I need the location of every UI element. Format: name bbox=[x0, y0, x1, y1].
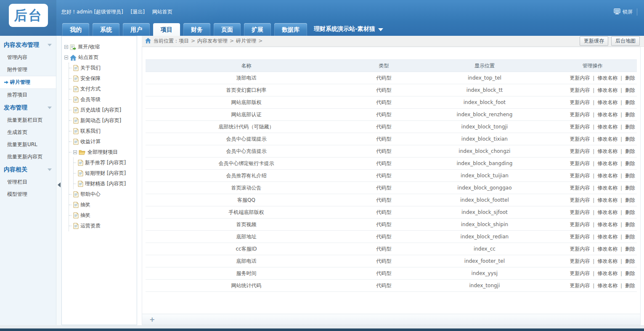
collapse-panel-arrow-icon[interactable] bbox=[58, 182, 61, 187]
action-link-删除[interactable]: 删除 bbox=[625, 87, 635, 93]
action-link-修改名称[interactable]: 修改名称 bbox=[597, 209, 617, 215]
action-link-修改名称[interactable]: 修改名称 bbox=[597, 87, 617, 93]
sidebar-section-发布管理[interactable]: 发布管理 bbox=[0, 101, 56, 114]
action-link-更新内容[interactable]: 更新内容 bbox=[570, 246, 590, 252]
action-link-修改名称[interactable]: 修改名称 bbox=[597, 197, 617, 203]
tree-item-收益计算[interactable]: 收益计算 bbox=[69, 136, 135, 147]
action-link-修改名称[interactable]: 修改名称 bbox=[597, 270, 617, 276]
tab-系统[interactable]: 系统 bbox=[93, 23, 119, 36]
breadcrumb-link-内容发布管理[interactable]: 内容发布管理 bbox=[197, 38, 228, 44]
site-selector[interactable]: 理财系统演示站-素材猫 bbox=[314, 23, 383, 36]
action-link-修改名称[interactable]: 修改名称 bbox=[597, 148, 617, 154]
sidebar-item-生成首页[interactable]: 生成首页 bbox=[0, 126, 56, 139]
breadcrumb-link-项目[interactable]: 项目 bbox=[179, 38, 189, 44]
tab-用户[interactable]: 用户 bbox=[123, 23, 150, 36]
action-link-删除[interactable]: 删除 bbox=[625, 75, 635, 81]
tab-数据库[interactable]: 数据库 bbox=[274, 23, 307, 36]
action-link-更新内容[interactable]: 更新内容 bbox=[570, 75, 590, 81]
toolbar-button-更新缓存[interactable]: 更新缓存 bbox=[580, 36, 608, 46]
tree-item-站点首页[interactable]: 站点首页 bbox=[64, 52, 135, 63]
action-link-修改名称[interactable]: 修改名称 bbox=[597, 75, 617, 81]
action-link-删除[interactable]: 删除 bbox=[625, 185, 635, 191]
sidebar-section-内容相关[interactable]: 内容相关 bbox=[0, 163, 56, 176]
lock-screen-button[interactable]: 锁屏 bbox=[614, 8, 637, 16]
action-link-更新内容[interactable]: 更新内容 bbox=[570, 87, 590, 93]
toolbar-button-后台地图[interactable]: 后台地图 bbox=[611, 36, 640, 46]
tree-item-联系我们[interactable]: 联系我们 bbox=[69, 126, 135, 136]
action-link-修改名称[interactable]: 修改名称 bbox=[597, 99, 617, 105]
action-link-更新内容[interactable]: 更新内容 bbox=[570, 222, 590, 227]
action-link-更新内容[interactable]: 更新内容 bbox=[570, 160, 590, 166]
breadcrumb-link-碎片管理[interactable]: 碎片管理 bbox=[236, 38, 256, 44]
sidebar-item-管理内容[interactable]: 管理内容 bbox=[0, 51, 56, 64]
action-link-删除[interactable]: 删除 bbox=[625, 246, 635, 252]
tree-item-支付方式[interactable]: 支付方式 bbox=[69, 84, 135, 94]
sidebar-item-批量更新栏目页[interactable]: 批量更新栏目页 bbox=[0, 114, 56, 126]
action-link-修改名称[interactable]: 修改名称 bbox=[597, 258, 617, 264]
action-link-更新内容[interactable]: 更新内容 bbox=[570, 270, 590, 276]
collapse-toggle-icon[interactable] bbox=[64, 56, 68, 59]
site-home-link[interactable]: 网站首页 bbox=[152, 9, 172, 15]
action-link-删除[interactable]: 删除 bbox=[625, 124, 635, 130]
tab-财务[interactable]: 财务 bbox=[183, 23, 210, 36]
tree-item-关于我们[interactable]: 关于我们 bbox=[69, 63, 135, 73]
action-link-删除[interactable]: 删除 bbox=[625, 173, 635, 179]
sidebar-item-批量更新内容页[interactable]: 批量更新内容页 bbox=[0, 151, 56, 163]
sidebar-item-模型管理[interactable]: 模型管理 bbox=[0, 188, 56, 200]
action-link-删除[interactable]: 删除 bbox=[625, 136, 635, 142]
tree-item-全部理财项目[interactable]: 全部理财项目 bbox=[69, 147, 135, 157]
logout-link[interactable]: [退出] bbox=[131, 9, 145, 15]
sidebar-item-附件管理[interactable]: 附件管理 bbox=[0, 64, 56, 76]
action-link-删除[interactable]: 删除 bbox=[625, 99, 635, 105]
tree-item-新闻动态 [内容页][interactable]: 新闻动态 [内容页] bbox=[69, 115, 135, 126]
action-link-更新内容[interactable]: 更新内容 bbox=[570, 173, 590, 179]
action-link-修改名称[interactable]: 修改名称 bbox=[597, 185, 617, 191]
action-link-更新内容[interactable]: 更新内容 bbox=[570, 209, 590, 215]
tab-项目[interactable]: 项目 bbox=[153, 23, 180, 36]
action-link-修改名称[interactable]: 修改名称 bbox=[597, 124, 617, 130]
action-link-更新内容[interactable]: 更新内容 bbox=[570, 283, 590, 288]
action-link-更新内容[interactable]: 更新内容 bbox=[570, 234, 590, 240]
action-link-修改名称[interactable]: 修改名称 bbox=[597, 160, 617, 166]
action-link-删除[interactable]: 删除 bbox=[625, 234, 635, 240]
tree-item-抽奖[interactable]: 抽奖 bbox=[69, 210, 135, 221]
sidebar-section-内容发布管理[interactable]: 内容发布管理 bbox=[0, 38, 56, 51]
action-link-删除[interactable]: 删除 bbox=[625, 160, 635, 166]
action-link-删除[interactable]: 删除 bbox=[625, 258, 635, 264]
sidebar-item-推荐项目[interactable]: 推荐项目 bbox=[0, 89, 56, 101]
action-link-删除[interactable]: 删除 bbox=[625, 283, 635, 288]
action-link-更新内容[interactable]: 更新内容 bbox=[570, 136, 590, 142]
action-link-更新内容[interactable]: 更新内容 bbox=[570, 112, 590, 117]
action-link-删除[interactable]: 删除 bbox=[625, 209, 635, 215]
tree-item-理财精选 [内容页][interactable]: 理财精选 [内容页] bbox=[74, 179, 135, 189]
action-link-修改名称[interactable]: 修改名称 bbox=[597, 222, 617, 227]
action-link-删除[interactable]: 删除 bbox=[625, 222, 635, 227]
action-link-修改名称[interactable]: 修改名称 bbox=[597, 283, 617, 288]
tree-item-帮助中心[interactable]: 帮助中心 bbox=[69, 189, 135, 200]
action-link-更新内容[interactable]: 更新内容 bbox=[570, 185, 590, 191]
add-fragment-button[interactable]: + bbox=[149, 316, 155, 323]
collapse-toggle-icon[interactable] bbox=[64, 45, 68, 49]
action-link-修改名称[interactable]: 修改名称 bbox=[597, 173, 617, 179]
tab-我的[interactable]: 我的 bbox=[62, 23, 89, 36]
tree-item-运营资质[interactable]: 运营资质 bbox=[69, 221, 135, 231]
tree-item-抽奖[interactable]: 抽奖 bbox=[69, 200, 135, 210]
sidebar-item-批量更新URL[interactable]: 批量更新URL bbox=[0, 139, 56, 151]
tree-item-短期理财 [内容页][interactable]: 短期理财 [内容页] bbox=[74, 168, 135, 179]
action-link-删除[interactable]: 删除 bbox=[625, 148, 635, 154]
action-link-更新内容[interactable]: 更新内容 bbox=[570, 99, 590, 105]
action-link-修改名称[interactable]: 修改名称 bbox=[597, 246, 617, 252]
action-link-更新内容[interactable]: 更新内容 bbox=[570, 197, 590, 203]
action-link-删除[interactable]: 删除 bbox=[625, 197, 635, 203]
action-link-修改名称[interactable]: 修改名称 bbox=[597, 112, 617, 117]
collapse-toggle-icon[interactable] bbox=[73, 150, 77, 154]
tab-页面[interactable]: 页面 bbox=[214, 23, 241, 36]
tree-item-展开/收缩[interactable]: 展开/收缩 bbox=[64, 42, 135, 52]
sidebar-item-管理栏目[interactable]: 管理栏目 bbox=[0, 176, 56, 188]
action-link-更新内容[interactable]: 更新内容 bbox=[570, 148, 590, 154]
action-link-更新内容[interactable]: 更新内容 bbox=[570, 258, 590, 264]
tab-扩展[interactable]: 扩展 bbox=[244, 23, 271, 36]
tree-item-会员等级[interactable]: 会员等级 bbox=[69, 94, 135, 105]
tree-item-新手推荐 [内容页][interactable]: 新手推荐 [内容页] bbox=[74, 157, 135, 168]
tree-item-历史战绩 [内容页][interactable]: 历史战绩 [内容页] bbox=[69, 105, 135, 115]
